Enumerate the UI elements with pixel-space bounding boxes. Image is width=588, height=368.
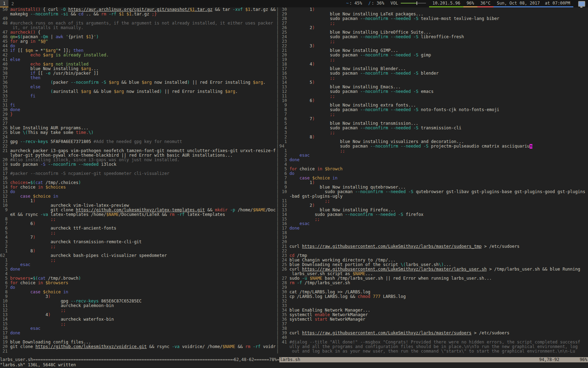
- code-line[interactable]: 3 ;;: [279, 130, 588, 135]
- code-line[interactable]: 27: [0, 121, 276, 126]
- code-line[interactable]: ully and all the programs and configurat…: [279, 345, 588, 349]
- code-line[interactable]: 20git clone https://github.com/lukesmith…: [0, 345, 276, 349]
- code-line[interactable]: 24blue Changin working directory to /tmp…: [279, 258, 588, 263]
- code-line[interactable]: 44do: [0, 44, 276, 48]
- code-line[interactable]: makepkg --noconfirm -si && cd .. && rm -…: [0, 12, 276, 16]
- code-line[interactable]: 9 3): [0, 294, 276, 299]
- code-line[interactable]: 30done: [0, 108, 276, 112]
- code-line[interactable]: 27 ;;: [279, 21, 588, 26]
- code-line[interactable]: 39 blue Now installing $arg...: [0, 67, 276, 71]
- code-line[interactable]: 16: [0, 176, 276, 180]
- code-line[interactable]: 19sudo pacman -S --noconfirm --needed i3…: [0, 162, 276, 167]
- code-line[interactable]: 29: [279, 285, 588, 290]
- code-line[interactable]: 5for choice in $browch: [279, 167, 588, 171]
- code-line[interactable]: 22: [279, 249, 588, 253]
- code-line[interactable]: 11 ;;: [279, 94, 588, 98]
- code-line[interactable]: 33 fi: [0, 94, 276, 98]
- code-line[interactable]: 12 2): [279, 203, 588, 208]
- code-line[interactable]: 30 1): [279, 7, 588, 12]
- code-line[interactable]: 40 echo $arg not installed: [0, 62, 276, 67]
- code-line[interactable]: 19: [279, 235, 588, 240]
- code-line[interactable]: 8 ;;: [0, 217, 276, 222]
- code-line[interactable]: 23gpg --recv-keys 5FAF0A6EE7371805 #Add …: [0, 139, 276, 144]
- code-line[interactable]: 29}: [0, 112, 276, 117]
- code-line[interactable]: 16 esac: [0, 326, 276, 331]
- code-line[interactable]: 50aurinstall() { curl -O https://aur.arc…: [0, 7, 276, 12]
- code-line[interactable]: 2 8): [279, 135, 588, 139]
- code-line[interactable]: 18 4): [279, 62, 588, 67]
- code-line[interactable]: 22: [0, 144, 276, 149]
- code-line[interactable]: 32: [279, 299, 588, 304]
- code-line[interactable]: 35systemctl enable NetworkManager: [279, 313, 588, 317]
- code-line[interactable]: 38 if [[ -e /usr/bin/packer ]]: [0, 71, 276, 76]
- code-line[interactable]: 17#packer --noconfirm -S ncpamixer-git s…: [0, 171, 276, 176]
- code-line[interactable]: 19 ;;: [279, 57, 588, 62]
- code-line[interactable]: 6for choice in $browsers: [0, 281, 276, 285]
- code-line[interactable]: 35 else: [0, 85, 276, 89]
- code-line[interactable]: 37: [279, 322, 588, 326]
- code-line[interactable]: 21curl https://raw.githubusercontent.com…: [279, 244, 588, 249]
- code-line[interactable]: 13do: [0, 190, 276, 194]
- code-line[interactable]: 6 aurcheck ttf-ancient-fonts: [0, 226, 276, 231]
- code-line[interactable]: 6 7): [279, 117, 588, 121]
- code-line[interactable]: 6do: [279, 171, 588, 176]
- code-line[interactable]: 18: [0, 335, 276, 340]
- code-line[interactable]: 12 case $choice in: [0, 194, 276, 199]
- code-line[interactable]: 29 blue Now installing LaTeX packages...: [279, 12, 588, 16]
- code-line[interactable]: 27sudo -u $NAME bash /tmp/larbs_user.sh …: [279, 276, 588, 281]
- code-line[interactable]: 17done: [279, 226, 588, 231]
- code-line[interactable]: 13 blue Now installing Emacs...: [279, 85, 588, 89]
- code-line[interactable]: 4 7): [0, 235, 276, 240]
- code-line[interactable]: 33: [279, 304, 588, 308]
- code-line[interactable]: 14 aurcheck waterfox-bin: [0, 317, 276, 322]
- code-line[interactable]: 48#aurcheck runs on each of its argument…: [0, 21, 276, 26]
- code-line[interactable]: 8 sudo pacman --noconfirm --needed -S no…: [279, 108, 588, 112]
- code-line[interactable]: 1 8): [0, 249, 276, 253]
- code-line[interactable]: 20 sudo pacman --noconfirm --needed -S g…: [279, 53, 588, 57]
- code-line[interactable]: 3done: [279, 158, 588, 162]
- code-line[interactable]: 21aurcheck packer i3-gaps vim-pathogen n…: [0, 149, 276, 153]
- code-line[interactable]: 21: [0, 349, 276, 354]
- code-line[interactable]: 30cat /tmp/LARBS.log >> /LARBS.log: [279, 290, 588, 294]
- code-line[interactable]: 31cp /LARBS.log LARBS.log && chmod 777 L…: [279, 294, 588, 299]
- code-line[interactable]: 2 esac: [279, 153, 588, 158]
- code-line[interactable]: 25blue Downloading next portion of the s…: [279, 263, 588, 267]
- volume-slider[interactable]: [401, 1, 426, 5]
- code-line[interactable]: 37 then: [0, 76, 276, 80]
- code-line[interactable]: 14 sudo pacman --noconfirm --needed -S f…: [279, 212, 588, 217]
- code-line[interactable]: 41#dialog --title "All done!" --msgbox "…: [279, 340, 588, 345]
- code-line[interactable]: 7 case $choice in: [279, 176, 588, 180]
- code-line[interactable]: -bad gst-plugins-ugly: [279, 194, 588, 199]
- code-line[interactable]: 24 sudo pacman --noconfirm --needed -S l…: [279, 35, 588, 39]
- code-line[interactable]: 1 ;;: [279, 149, 588, 153]
- workspace-button-2[interactable]: 2: [8, 0, 17, 7]
- code-line[interactable]: 2 esac: [0, 263, 276, 267]
- code-line[interactable]: 13 4): [0, 313, 276, 317]
- code-line[interactable]: 14for choice in $choices: [0, 185, 276, 190]
- code-line[interactable]: 19blue Downloading config files...: [0, 340, 276, 345]
- code-line[interactable]: 34blue Enabling Network Manager...: [279, 308, 588, 313]
- code-line[interactable]: 9 git clone https://github.com/lukesmith…: [0, 208, 276, 212]
- code-line[interactable]: 12 ;;: [0, 308, 276, 313]
- code-line[interactable]: 7do: [0, 285, 276, 290]
- code-line[interactable]: 13 blue Now installing Firefox...: [279, 208, 588, 212]
- code-line[interactable]: 20: [279, 240, 588, 244]
- code-line[interactable]: 23 ;;: [279, 39, 588, 44]
- code-line[interactable]: 36 (packer --noconfirm -S $arg && blue $…: [0, 80, 276, 85]
- code-line[interactable]: out and log back in as your new user, th…: [279, 349, 588, 354]
- code-line[interactable]: 7 6): [0, 222, 276, 226]
- code-line[interactable]: 46qm=$(pacman -Qm | awk '{print $1}'): [0, 35, 276, 39]
- code-line[interactable]: 36systemctl start NetworkManager: [279, 317, 588, 322]
- code-line[interactable]: 26curl https://raw.githubusercontent.com…: [279, 267, 588, 272]
- code-line[interactable]: 45for arg in "$@": [0, 39, 276, 44]
- vim-right-pane[interactable]: 30 1)29 blue Now installing LaTeX packag…: [279, 7, 588, 357]
- workspace-button-1[interactable]: 1: [0, 0, 8, 7]
- code-line[interactable]: 39curl https://raw.githubusercontent.com…: [279, 331, 588, 335]
- code-line[interactable]: 14 5): [279, 80, 588, 85]
- code-line[interactable]: it, or installs it manually.: [0, 26, 276, 30]
- code-line[interactable]: 12 sudo pacman --noconfirm --needed -S e…: [279, 89, 588, 94]
- code-line[interactable]: 5 blue Now installing transmission...: [279, 121, 588, 126]
- code-line[interactable]: 26blue Installing AUR programs...: [0, 126, 276, 130]
- code-line[interactable]: 20#Also installing i3lock, since i3-gaps…: [0, 158, 276, 162]
- code-line[interactable]: 28 sudo pacman --noconfirm --needed -S t…: [279, 16, 588, 21]
